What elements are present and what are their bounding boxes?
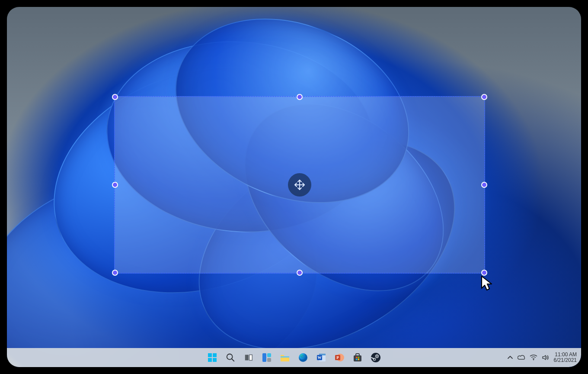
svg-rect-23 [356, 357, 358, 358]
task-view-button[interactable] [241, 350, 256, 365]
edge-button[interactable] [295, 350, 311, 365]
tray-overflow-button[interactable] [507, 355, 513, 361]
wifi-icon [530, 355, 537, 361]
svg-rect-5 [213, 358, 217, 362]
resize-handle-n[interactable] [297, 94, 303, 100]
move-icon [293, 178, 306, 191]
widgets-button[interactable] [259, 350, 275, 365]
svg-rect-3 [213, 353, 217, 357]
onedrive-button[interactable] [518, 355, 525, 361]
search-icon [226, 353, 235, 362]
clock-button[interactable]: 11:00 AM 6/21/2021 [554, 352, 577, 363]
file-explorer-icon [280, 353, 290, 362]
svg-rect-26 [358, 359, 360, 361]
svg-rect-12 [267, 358, 271, 362]
volume-button[interactable] [542, 355, 550, 361]
wifi-button[interactable] [530, 355, 537, 361]
svg-rect-13 [281, 356, 289, 358]
search-button[interactable] [223, 350, 238, 365]
powerpoint-button[interactable]: P [332, 350, 347, 365]
screen-frame: W P [7, 7, 581, 367]
svg-rect-10 [262, 353, 266, 362]
word-icon: W [316, 352, 326, 363]
widgets-icon [262, 352, 272, 363]
svg-text:W: W [318, 355, 322, 360]
selection-rectangle[interactable] [114, 96, 485, 274]
svg-rect-9 [249, 355, 252, 361]
svg-point-31 [533, 359, 534, 360]
resize-handle-nw[interactable] [112, 94, 118, 100]
svg-rect-8 [245, 355, 249, 361]
word-button[interactable]: W [313, 350, 329, 365]
resize-handle-sw[interactable] [112, 270, 118, 276]
task-view-icon [244, 353, 253, 362]
edge-icon [298, 352, 308, 363]
cloud-icon [518, 355, 525, 361]
svg-rect-25 [356, 359, 358, 361]
svg-rect-2 [208, 353, 212, 357]
clock-date: 6/21/2021 [554, 358, 577, 363]
powerpoint-icon: P [334, 352, 345, 363]
steam-button[interactable] [368, 350, 383, 365]
resize-handle-s[interactable] [297, 270, 303, 276]
resize-handle-ne[interactable] [481, 94, 487, 100]
taskbar-center: W P [205, 350, 383, 365]
chevron-up-icon [507, 355, 513, 361]
start-icon [208, 353, 217, 362]
microsoft-store-button[interactable] [350, 350, 365, 365]
move-handle[interactable] [288, 173, 311, 197]
resize-handle-se[interactable] [481, 270, 487, 276]
microsoft-store-icon [352, 352, 363, 363]
start-button[interactable] [205, 350, 220, 365]
steam-icon [371, 352, 381, 363]
svg-rect-11 [267, 353, 271, 357]
file-explorer-button[interactable] [277, 350, 293, 365]
svg-text:P: P [336, 355, 339, 360]
svg-line-7 [232, 359, 234, 361]
speaker-icon [542, 355, 550, 361]
svg-rect-22 [354, 355, 361, 361]
svg-rect-24 [358, 357, 360, 358]
system-tray: 11:00 AM 6/21/2021 [507, 348, 577, 367]
resize-handle-w[interactable] [112, 182, 118, 188]
taskbar: W P [7, 348, 581, 367]
resize-handle-e[interactable] [481, 182, 487, 188]
svg-point-29 [377, 356, 378, 357]
svg-rect-4 [208, 358, 212, 362]
